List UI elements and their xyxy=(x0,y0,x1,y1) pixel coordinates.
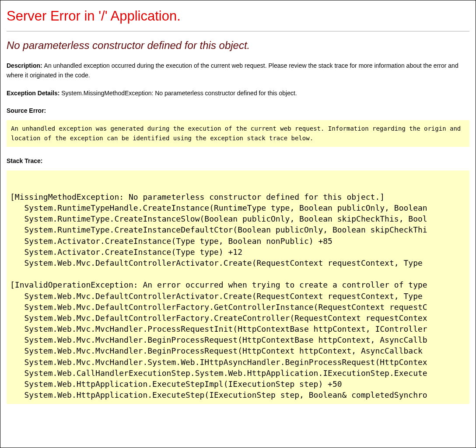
error-page: Server Error in '/' Application. No para… xyxy=(0,0,476,448)
exception-label: Exception Details: xyxy=(7,90,61,97)
description-text: An unhandled exception occurred during t… xyxy=(7,62,458,79)
description-label: Description: xyxy=(7,62,44,69)
error-subtitle: No parameterless constructor defined for… xyxy=(7,39,469,52)
source-error-box: An unhandled exception was generated dur… xyxy=(7,120,469,147)
stack-trace-label: Stack Trace: xyxy=(7,157,469,164)
source-error-label: Source Error: xyxy=(7,107,469,114)
description-block: Description: An unhandled exception occu… xyxy=(7,61,469,80)
divider xyxy=(7,31,469,31)
exception-text: System.MissingMethodException: No parame… xyxy=(61,90,297,97)
exception-block: Exception Details: System.MissingMethodE… xyxy=(7,89,469,98)
page-title: Server Error in '/' Application. xyxy=(7,8,469,24)
stack-trace-box: [MissingMethodException: No parameterles… xyxy=(7,170,469,404)
